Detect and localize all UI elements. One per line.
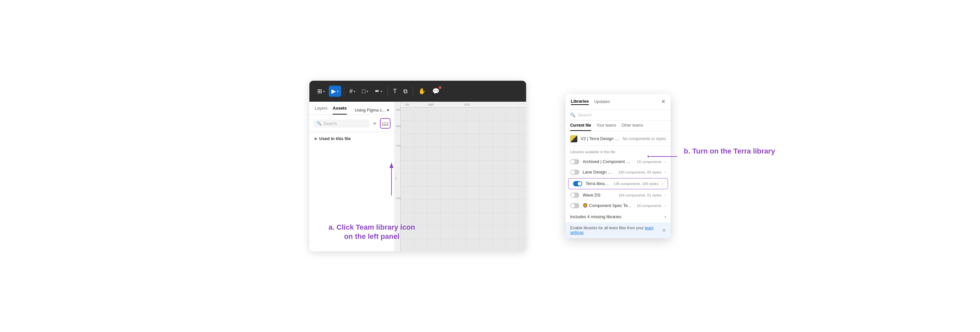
- current-file-meta: No components or styles: [623, 136, 666, 141]
- lib-meta-lane: 240 components, 83 styles: [619, 170, 662, 174]
- ruler-mark-top-1: -25: [405, 103, 409, 106]
- toggle-terra[interactable]: [573, 181, 582, 187]
- ruler-top: -25 -600 -575: [395, 102, 526, 108]
- used-in-file-item[interactable]: ▶ Used in this file: [315, 136, 389, 141]
- assets-search[interactable]: 🔍 Search: [313, 119, 369, 128]
- footer-close-button[interactable]: ✕: [662, 228, 666, 233]
- select-tool-button[interactable]: ▶ ▾: [329, 85, 341, 97]
- used-in-file-label: Used in this file: [319, 136, 351, 141]
- footer-text: Enable libraries for all team files from…: [570, 226, 662, 235]
- ruler-mark-left-4: 0: [395, 177, 397, 180]
- figma-left-panel: ⊞ ▾ ▶ ▾ # ▾ □ ▾ ✒ ▾: [309, 81, 526, 251]
- lib-meta-component-spec: 18 components: [637, 204, 662, 208]
- toggle-lane[interactable]: [570, 169, 579, 175]
- lib-meta-wave: 164 components, 51 styles: [619, 193, 662, 197]
- right-arrow-svg: [648, 150, 681, 163]
- ruler-mark-left-1: -322: [395, 108, 401, 111]
- toggle-archived[interactable]: [570, 159, 579, 164]
- team-library-button[interactable]: 📖: [380, 118, 390, 129]
- notification-badge: [439, 86, 441, 89]
- library-book-icon: 📖: [382, 120, 388, 126]
- lib-name-archived: Archived | Component S...: [582, 159, 632, 164]
- current-file-name: V2 | Terra Design syste...: [581, 136, 619, 141]
- toggle-component-spec[interactable]: [570, 203, 579, 208]
- library-item-terra[interactable]: Terra library (beta) 136 components, 165…: [568, 179, 668, 189]
- ruler-mark-top-2: -600: [428, 103, 434, 106]
- ruler-mark-left-3: -275: [395, 144, 401, 147]
- toggle-wave[interactable]: [570, 193, 579, 198]
- hand-tool-button[interactable]: ✋: [416, 85, 428, 97]
- ruler-mark-left-5: -225: [395, 197, 401, 200]
- select-icon: ▶: [331, 88, 336, 95]
- sub-tab-current-file[interactable]: Current file: [570, 123, 591, 131]
- dialog-tab-updates[interactable]: Updates: [594, 99, 610, 105]
- sub-tab-your-teams[interactable]: Your teams: [597, 123, 616, 131]
- toolbar-group-main: ⊞ ▾ ▶ ▾ # ▾ □ ▾ ✒ ▾: [315, 85, 442, 97]
- component-tool-button[interactable]: ⧉: [401, 86, 410, 97]
- list-view-button[interactable]: ≡: [372, 119, 377, 127]
- current-file-icon: [570, 135, 578, 142]
- chevron-down-icon: ▾: [387, 108, 389, 112]
- sidebar-tabs-row: Layers Assets Using Figma c... ▾: [309, 102, 395, 115]
- ruler-left: -322 -300 -275 0 -225: [395, 102, 401, 251]
- expand-arrow-icon: ▶: [315, 137, 317, 141]
- component-icon: ⧉: [403, 88, 407, 95]
- canvas-grid: [401, 108, 526, 251]
- canvas-area: -25 -600 -575 -322 -300 -275 0 -225: [395, 102, 526, 251]
- chevron-right-icon-missing: ›: [665, 214, 666, 219]
- chevron-right-icon-terra: ›: [662, 182, 663, 186]
- text-tool-button[interactable]: T: [390, 86, 399, 97]
- lib-name-wave: Wave DS: [582, 193, 614, 198]
- comment-tool-button[interactable]: 💬: [430, 85, 442, 97]
- sidebar-content: ▶ Used in this file: [309, 132, 395, 251]
- library-item-component-spec[interactable]: 🦁 Component Spec Te... 18 components ›: [566, 201, 671, 211]
- search-icon: 🔍: [570, 112, 575, 117]
- dialog-close-button[interactable]: ✕: [661, 99, 665, 104]
- libraries-dialog: Libraries Updates ✕ 🔍 Search Current fil…: [566, 94, 671, 238]
- grid-tool-button[interactable]: ⊞ ▾: [315, 85, 328, 97]
- tab-assets[interactable]: Assets: [332, 106, 347, 114]
- lib-meta-terra: 136 components, 165 styles: [614, 182, 659, 186]
- frame-tool-chevron: ▾: [354, 90, 355, 93]
- list-icon: ≡: [374, 121, 376, 126]
- dialog-footer: Enable libraries for all team files from…: [566, 223, 671, 238]
- search-icon: 🔍: [317, 121, 321, 126]
- sub-tab-other-teams[interactable]: Other teams: [621, 123, 643, 131]
- chevron-right-icon-lane: ›: [665, 170, 666, 174]
- text-icon: T: [393, 88, 397, 95]
- dialog-header: Libraries Updates ✕: [566, 94, 671, 110]
- tab-layers[interactable]: Layers: [315, 106, 328, 114]
- library-item-wave[interactable]: Wave DS 164 components, 51 styles ›: [566, 190, 671, 201]
- lib-name-component-spec: 🦁 Component Spec Te...: [582, 203, 632, 208]
- pen-icon: ✒: [375, 88, 380, 95]
- toolbar: ⊞ ▾ ▶ ▾ # ▾ □ ▾ ✒ ▾: [309, 81, 526, 102]
- comment-icon: 💬: [432, 88, 439, 95]
- lib-name-terra: Terra library (beta): [585, 181, 609, 186]
- chevron-right-icon-component-spec: ›: [665, 203, 666, 208]
- toolbar-divider-3: [413, 87, 413, 96]
- library-item-lane[interactable]: Lane Design System 240 components, 83 st…: [566, 167, 671, 177]
- divider-1: [566, 145, 671, 146]
- frame-icon: #: [350, 88, 353, 95]
- shape-tool-button[interactable]: □ ▾: [359, 86, 371, 97]
- includes-missing-item[interactable]: Includes 4 missing libraries ›: [566, 211, 671, 223]
- shape-icon: □: [362, 88, 366, 95]
- file-name[interactable]: Using Figma c... ▾: [355, 108, 389, 112]
- hand-icon: ✋: [418, 88, 426, 95]
- toolbar-divider-2: [388, 87, 388, 96]
- dialog-search-row: 🔍 Search: [566, 110, 671, 120]
- dialog-tab-libraries[interactable]: Libraries: [571, 99, 589, 105]
- library-item-terra-wrapper: Terra library (beta) 136 components, 165…: [568, 178, 668, 189]
- search-row: 🔍 Search ≡ 📖: [309, 115, 395, 132]
- frame-tool-button[interactable]: # ▾: [347, 86, 358, 97]
- pen-tool-button[interactable]: ✒ ▾: [372, 85, 385, 97]
- figma-sidebar: Layers Assets Using Figma c... ▾ 🔍 Searc…: [309, 102, 395, 251]
- right-annotation-text: b. Turn on the Terra library: [684, 147, 802, 156]
- grid-icon: ⊞: [317, 88, 322, 95]
- select-tool-chevron: ▾: [337, 90, 339, 93]
- shape-tool-chevron: ▾: [366, 90, 368, 93]
- chevron-right-icon-wave: ›: [665, 193, 666, 198]
- toolbar-divider-1: [344, 87, 344, 96]
- current-file-library-item[interactable]: V2 | Terra Design syste... No components…: [566, 133, 671, 145]
- dialog-sub-tabs: Current file Your teams Other teams: [566, 120, 671, 131]
